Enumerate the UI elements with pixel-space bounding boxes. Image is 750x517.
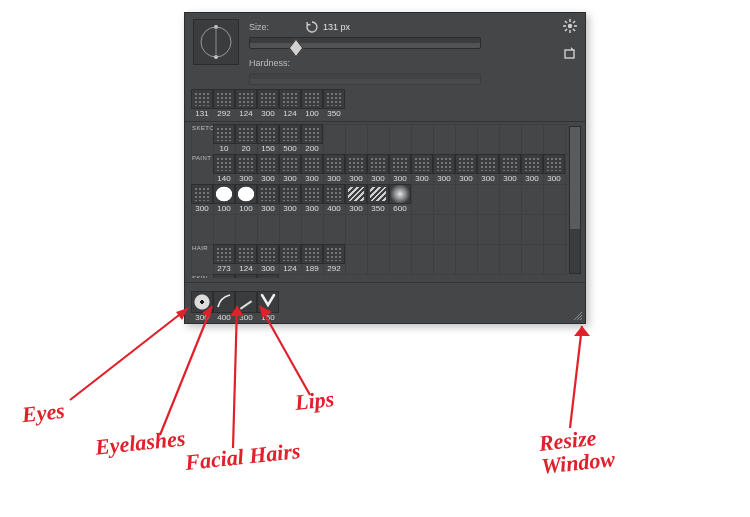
scrollbar[interactable] [569,126,581,274]
brush-swatch [257,184,279,204]
resize-handle-icon[interactable] [571,309,583,321]
brush-cell[interactable]: 300 [389,154,411,184]
brush-cell[interactable]: 124 [235,244,257,274]
brush-cell[interactable]: 300 [301,184,323,214]
hardness-slider[interactable] [249,73,481,85]
recent-brush[interactable]: 124 [279,89,301,119]
brush-cell[interactable]: 150 [257,124,279,154]
brush-cell[interactable]: 100 [213,184,235,214]
brush-facial-hair[interactable]: 300 [235,291,257,323]
brush-cell[interactable]: 300 [345,184,367,214]
brush-cell[interactable]: 350 [367,184,389,214]
svg-point-4 [568,24,572,28]
brush-size-label: 300 [411,175,433,183]
brush-cell[interactable]: 300 [323,154,345,184]
empty-cell [477,274,499,278]
brush-cell[interactable]: 300 [279,184,301,214]
gear-icon[interactable] [563,19,577,33]
brush-swatch [389,184,411,204]
brush-cell[interactable]: 300 [257,184,279,214]
brush-cell[interactable]: 200 [301,124,323,154]
empty-cell [477,214,499,244]
brush-eyelash[interactable]: 400 [213,291,235,323]
empty-cell [499,274,521,278]
brush-size-label: 300 [433,175,455,183]
brush-swatch [521,154,543,174]
brush-size-label: 300 [345,175,367,183]
brush-cell[interactable]: 300 [433,154,455,184]
brush-lips[interactable]: 150 [257,291,279,323]
brush-cell[interactable]: 124 [279,244,301,274]
brush-size-label: 124 [235,265,257,273]
brush-swatch [257,291,279,313]
group-label-cell: SKIN [191,274,213,278]
brush-cell[interactable]: 300 [499,154,521,184]
brush-cell[interactable]: 600 [389,184,411,214]
brush-swatch [191,291,213,313]
brush-swatch [301,184,323,204]
brush-cell[interactable]: 300 [191,184,213,214]
brush-cell[interactable]: 189 [301,244,323,274]
brush-cell[interactable]: 300 [455,154,477,184]
brush-cell[interactable]: 350 [257,274,279,278]
brush-size-label: 300 [477,175,499,183]
brush-cell[interactable]: 300 [521,154,543,184]
brush-cell[interactable]: 20 [235,124,257,154]
brush-size-label: 150 [257,145,279,153]
brush-cell[interactable]: 300 [345,154,367,184]
empty-cell [301,274,323,278]
recent-brush[interactable]: 131 [191,89,213,119]
empty-cell [323,124,345,154]
brush-swatch [455,154,477,174]
scrollbar-thumb[interactable] [570,127,580,229]
brush-size-label: 300 [191,314,213,322]
brush-cell[interactable]: 300 [301,154,323,184]
brush-grid: SKETCH1020150500200PAINT1403003003003003… [185,121,585,278]
brush-cell[interactable]: 300 [257,154,279,184]
brush-cell[interactable]: 400 [323,184,345,214]
brush-cell[interactable]: 124 [235,274,257,278]
brush-cell[interactable]: 300 [257,244,279,274]
brush-cell[interactable]: 273 [213,274,235,278]
empty-cell [411,214,433,244]
recent-brush[interactable]: 124 [235,89,257,119]
brush-cell[interactable]: 273 [213,244,235,274]
size-slider[interactable] [249,37,481,49]
brush-size-label: 400 [213,314,235,322]
brush-cell[interactable]: 10 [213,124,235,154]
empty-cell [433,184,455,214]
brush-cell[interactable]: 300 [411,154,433,184]
brush-cell[interactable]: 300 [235,154,257,184]
empty-cell [433,244,455,274]
empty-cell [499,214,521,244]
brush-cell[interactable]: 140 [213,154,235,184]
empty-cell [345,214,367,244]
brush-size-label: 300 [301,205,323,213]
recent-brush[interactable]: 300 [257,89,279,119]
empty-cell [235,214,257,244]
brush-cell[interactable]: 100 [235,184,257,214]
brush-cell[interactable]: 300 [477,154,499,184]
brush-cell[interactable]: 292 [323,244,345,274]
brush-size-label: 300 [191,205,213,213]
brush-cell[interactable]: 300 [367,154,389,184]
brush-eye[interactable]: 300 [191,291,213,323]
recent-brush[interactable]: 100 [301,89,323,119]
empty-cell [345,124,367,154]
new-preset-icon[interactable] [563,47,577,61]
brush-size-label: 300 [257,265,279,273]
reset-size-icon[interactable] [305,20,319,34]
empty-cell [389,274,411,278]
brush-tip-preview[interactable] [193,19,239,65]
brush-cell[interactable]: 300 [279,154,301,184]
recent-brush[interactable]: 292 [213,89,235,119]
size-label: Size: [249,22,301,32]
brush-cell[interactable]: 500 [279,124,301,154]
recent-brush[interactable]: 350 [323,89,345,119]
brush-size-label: 300 [301,175,323,183]
brush-swatch [279,124,301,144]
brush-cell[interactable]: 300 [543,154,565,184]
brush-size-label: 300 [257,110,279,118]
empty-cell [543,184,565,214]
group-label: SKIN [192,275,208,278]
